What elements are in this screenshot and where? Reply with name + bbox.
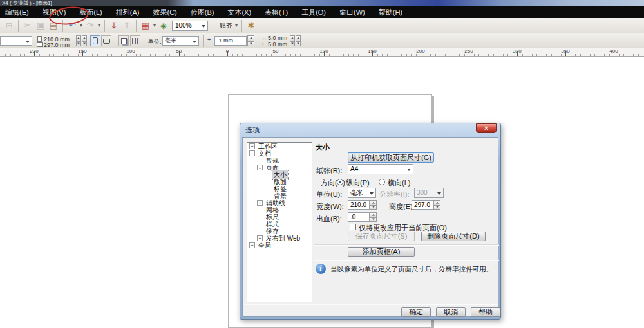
duplicate-x-spinner[interactable] — [290, 35, 295, 46]
cut-icon[interactable]: ✂ — [22, 20, 33, 32]
duplicate-y-value[interactable]: 5.0 mm — [268, 41, 287, 48]
web-publish-icon[interactable]: ◈ — [158, 20, 169, 32]
import-icon[interactable]: ↧ — [108, 20, 120, 32]
bleed-spinner[interactable] — [370, 212, 377, 222]
page-height-spinner[interactable] — [82, 35, 87, 46]
dialog-body: +工作区-文档常规-页面大小版面标签背景+辅助线网格标尺样式保存+发布到 Web… — [242, 137, 498, 317]
help-button[interactable]: 帮助 — [471, 307, 500, 317]
toolbar-separator — [104, 20, 105, 32]
current-page-button[interactable] — [130, 35, 140, 46]
cancel-button[interactable]: 取消 — [436, 307, 466, 317]
menu-item-3[interactable]: 版面(L) — [75, 6, 106, 19]
landscape-button[interactable] — [101, 35, 111, 46]
page-height-value[interactable]: 297.0 mm — [44, 42, 70, 48]
export-icon[interactable]: ↥ — [121, 20, 133, 32]
info-icon: i — [316, 264, 326, 274]
bleed-input[interactable]: .0 — [348, 212, 370, 222]
ruler-major-tick — [131, 51, 131, 56]
duplicate-y-spinner[interactable] — [296, 35, 301, 46]
ruler-major-tick — [227, 51, 228, 56]
all-pages-button[interactable] — [118, 35, 129, 46]
toolbar-icons: ⊟✂▣▤↶▾↷▾↧↥▦▾◈ — [3, 20, 170, 32]
redo-icon-caret[interactable]: ▾ — [97, 23, 102, 28]
height-spinner[interactable] — [433, 200, 440, 210]
ruler-major-tick — [82, 51, 83, 56]
app-window: X4 ( 专业版 ) - [图形1] 编辑(E)视图(V)版面(L)排列(A)效… — [0, 0, 644, 328]
menu-item-7[interactable]: 文本(X) — [223, 6, 255, 19]
duplicate-x-value[interactable]: 5.0 mm — [268, 35, 287, 41]
menu-item-10[interactable]: 窗口(W) — [336, 6, 369, 19]
paper-size-combo[interactable]: A4 — [348, 164, 413, 174]
units-label: 单位: — [148, 38, 162, 46]
page-width-spinner[interactable] — [76, 35, 81, 46]
ok-button[interactable]: 确定 — [401, 307, 431, 317]
toolbar-separator — [213, 20, 213, 32]
width-spinner[interactable] — [370, 200, 377, 210]
duplicate-x-icon: ↔ — [261, 35, 267, 41]
ruler-major-tick — [179, 51, 180, 56]
get-page-size-from-printer-button[interactable]: 从打印机获取页面尺寸(G) — [348, 152, 434, 163]
menu-item-6[interactable]: 位图(B) — [187, 6, 218, 19]
portrait-radio-label[interactable]: 纵向(P) — [346, 178, 370, 188]
standard-toolbar: ⊟✂▣▤↶▾↷▾↧↥▦▾◈ 100% 贴齐 ▾ ✱ — [0, 18, 644, 33]
apply-current-page-checkbox[interactable] — [350, 224, 356, 230]
menu-item-1[interactable]: 编辑(E) — [1, 6, 33, 19]
options-icon[interactable]: ✱ — [245, 20, 257, 32]
menu-item-5[interactable]: 效果(C) — [149, 6, 180, 19]
options-tree: +工作区-文档常规-页面大小版面标签背景+辅助线网格标尺样式保存+发布到 Web… — [247, 142, 312, 302]
menu-item-4[interactable]: 排列(A) — [112, 6, 144, 19]
page-size-preset-combo[interactable] — [0, 36, 32, 46]
page-height-icon — [37, 42, 43, 47]
tree-item-15[interactable]: +全局 — [247, 242, 312, 249]
close-icon[interactable]: × — [476, 123, 497, 133]
snap-to-caret[interactable]: ▾ — [234, 23, 239, 28]
zoom-level-combo[interactable]: 100% — [172, 21, 208, 31]
bleed-label: 出血(B): — [316, 214, 342, 224]
window-titlebar[interactable]: X4 ( 专业版 ) - [图形1] — [0, 0, 644, 6]
menu-item-8[interactable]: 表格(T) — [261, 6, 292, 19]
dialog-units-combo[interactable]: 毫米 — [348, 188, 376, 198]
info-text: 当以像素为单位定义了页面尺寸后，分辨率控件可用。 — [330, 265, 493, 274]
snap-to-label[interactable]: 贴齐 — [220, 21, 232, 30]
resolution-value: 300 — [417, 189, 428, 196]
print-icon[interactable]: ⊟ — [3, 20, 15, 32]
horizontal-ruler[interactable]: 20015010050050100150200250300350400 — [0, 48, 644, 57]
app-launcher-icon[interactable]: ▦ — [140, 20, 151, 32]
undo-icon[interactable]: ↶ — [66, 20, 78, 32]
add-page-frame-button[interactable]: 添加页框(A) — [348, 247, 415, 257]
ruler-major-tick — [614, 51, 614, 56]
units-combo[interactable]: 毫米 — [162, 36, 199, 46]
width-input[interactable]: 210.0 — [348, 200, 370, 210]
expand-icon[interactable]: + — [249, 242, 255, 248]
menu-bar: 编辑(E)视图(V)版面(L)排列(A)效果(C)位图(B)文本(X)表格(T)… — [0, 6, 644, 18]
menu-item-2[interactable]: 视图(V) — [39, 6, 70, 19]
save-page-size-button: 保存页面尺寸(S) — [348, 232, 415, 241]
delete-page-size-button[interactable]: 删除页面尺寸(D) — [421, 232, 486, 241]
nudge-spinner[interactable] — [247, 35, 254, 46]
menu-item-11[interactable]: 帮助(H) — [375, 6, 406, 19]
units-value: 毫米 — [165, 37, 176, 44]
duplicate-y-icon: ↕ — [261, 41, 265, 48]
portrait-button[interactable] — [90, 35, 100, 46]
nudge-icon: + — [207, 37, 211, 43]
height-input[interactable]: 297.0 — [412, 200, 433, 210]
expand-icon[interactable]: + — [257, 200, 263, 206]
height-label: 高度(E): — [389, 202, 415, 212]
paste-icon[interactable]: ▤ — [48, 20, 59, 32]
undo-icon-caret[interactable]: ▾ — [79, 23, 84, 28]
landscape-radio-label[interactable]: 横向(L) — [388, 178, 410, 188]
redo-icon[interactable]: ↷ — [84, 20, 96, 32]
tree-item-label[interactable]: 全局 — [257, 241, 272, 250]
copy-icon[interactable]: ▣ — [35, 20, 46, 32]
app-launcher-icon-caret[interactable]: ▾ — [152, 23, 157, 28]
collapse-icon[interactable]: - — [249, 150, 255, 156]
collapse-icon[interactable]: - — [257, 165, 263, 170]
nudge-input[interactable]: .1 mm — [214, 36, 247, 46]
menu-item-9[interactable]: 工具(O) — [298, 6, 330, 19]
dialog-units-value: 毫米 — [350, 189, 363, 196]
portrait-radio[interactable] — [337, 179, 343, 185]
toolbar-separator — [18, 20, 19, 32]
dialog-title: 选项 — [245, 125, 260, 135]
expand-icon[interactable]: + — [249, 143, 255, 149]
landscape-radio[interactable] — [379, 179, 385, 185]
